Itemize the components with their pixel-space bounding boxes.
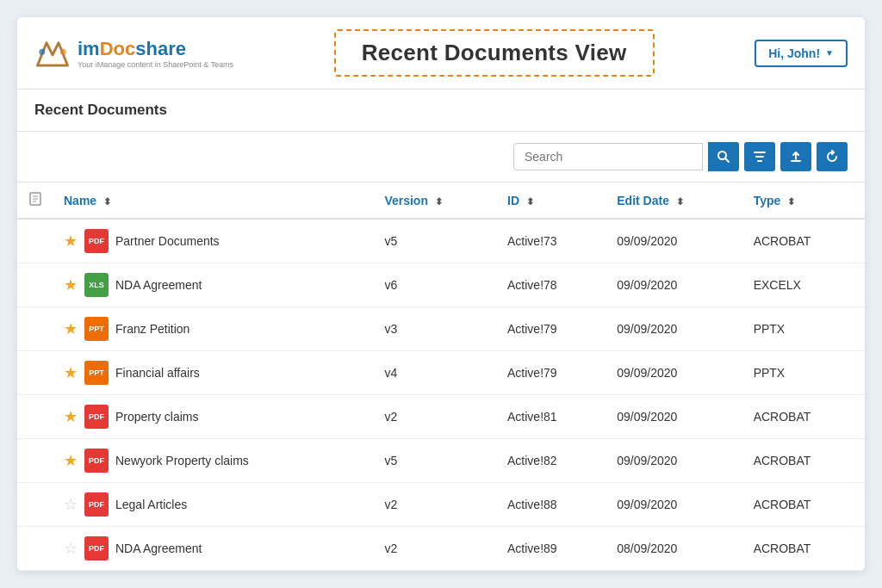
th-id[interactable]: ID ⬍	[497, 183, 606, 219]
star-icon[interactable]: ☆	[64, 539, 78, 558]
file-type-icon: PDF	[84, 229, 109, 253]
th-type[interactable]: Type ⬍	[743, 183, 865, 219]
search-button[interactable]	[708, 142, 739, 171]
row-icon-cell	[17, 307, 53, 351]
row-icon-cell	[17, 439, 53, 483]
row-icon-cell	[17, 351, 53, 395]
logo-area: imDocshare Your iManage content in Share…	[34, 35, 233, 71]
doc-name[interactable]: Legal Articles	[115, 498, 187, 511]
star-icon[interactable]: ★	[64, 451, 78, 470]
row-icon-cell	[17, 219, 53, 263]
th-edit-date[interactable]: Edit Date ⬍	[606, 183, 742, 219]
th-edit-date-label: Edit Date	[617, 194, 669, 207]
row-type-cell: ACROBAT	[743, 527, 865, 571]
doc-name[interactable]: Newyork Property claims	[115, 454, 249, 467]
main-container: imDocshare Your iManage content in Share…	[17, 17, 865, 571]
user-menu-button[interactable]: Hi, John! ▼	[755, 40, 848, 67]
file-type-icon: PDF	[84, 536, 109, 560]
filter-button[interactable]	[744, 142, 775, 171]
search-icon	[717, 150, 730, 164]
th-version[interactable]: Version ⬍	[374, 183, 497, 219]
table-row: ★ PPT Financial affairs v4 Active!79 09/…	[17, 351, 865, 395]
table-row: ★ PDF Property claims v2 Active!81 09/09…	[17, 395, 865, 439]
row-name-cell: ★ XLS NDA Agreement	[53, 263, 374, 307]
table-row: ★ PDF Newyork Property claims v5 Active!…	[17, 439, 865, 483]
logo-icon	[34, 35, 71, 71]
star-icon[interactable]: ★	[64, 232, 78, 251]
row-id-cell: Active!78	[497, 263, 606, 307]
file-type-icon: XLS	[84, 273, 109, 297]
star-icon[interactable]: ★	[64, 363, 78, 382]
row-name-cell: ☆ PDF Legal Articles	[53, 483, 374, 527]
th-type-label: Type	[754, 194, 781, 207]
table-row: ☆ PDF NDA Agreement v2 Active!89 08/09/2…	[17, 527, 865, 571]
svg-line-5	[725, 158, 729, 162]
chevron-down-icon: ▼	[825, 48, 834, 58]
doc-name[interactable]: NDA Agreement	[115, 542, 202, 555]
row-edit-date-cell: 09/09/2020	[606, 395, 742, 439]
row-version-cell: v5	[374, 439, 497, 483]
row-type-cell: PPTX	[743, 307, 865, 351]
toolbar	[17, 132, 865, 183]
row-id-cell: Active!81	[497, 395, 606, 439]
upload-icon	[789, 150, 803, 164]
star-icon[interactable]: ★	[64, 275, 78, 294]
svg-point-3	[60, 48, 66, 54]
file-type-icon: PDF	[84, 449, 109, 473]
row-icon-cell	[17, 395, 53, 439]
row-version-cell: v2	[374, 395, 497, 439]
user-label: Hi, John!	[768, 46, 820, 60]
star-icon[interactable]: ★	[64, 319, 78, 338]
page-title-box: Recent Documents View	[334, 29, 655, 77]
row-type-cell: PPTX	[743, 351, 865, 395]
file-type-icon: PPT	[84, 361, 109, 385]
row-icon-cell	[17, 483, 53, 527]
table-row: ★ XLS NDA Agreement v6 Active!78 09/09/2…	[17, 263, 865, 307]
table-row: ★ PPT Franz Petition v3 Active!79 09/09/…	[17, 307, 865, 351]
sort-id-icon: ⬍	[526, 196, 534, 207]
logo-text: imDocshare Your iManage content in Share…	[78, 38, 233, 69]
filter-icon	[753, 150, 767, 164]
row-icon-cell	[17, 527, 53, 571]
row-version-cell: v2	[374, 527, 497, 571]
table-header-row: Name ⬍ Version ⬍ ID ⬍ Edit Date ⬍	[17, 183, 865, 219]
row-type-cell: ACROBAT	[743, 395, 865, 439]
documents-table: Name ⬍ Version ⬍ ID ⬍ Edit Date ⬍	[17, 183, 865, 571]
sort-name-icon: ⬍	[103, 196, 111, 207]
refresh-button[interactable]	[817, 142, 848, 171]
row-edit-date-cell: 09/09/2020	[606, 219, 742, 263]
th-name[interactable]: Name ⬍	[53, 183, 374, 219]
refresh-icon	[825, 150, 839, 164]
upload-button[interactable]	[780, 142, 811, 171]
row-edit-date-cell: 08/09/2020	[606, 527, 742, 571]
row-name-cell: ★ PDF Property claims	[53, 395, 374, 439]
logo-title: imDocshare	[78, 38, 233, 60]
row-edit-date-cell: 09/09/2020	[606, 483, 742, 527]
logo-share: share	[135, 38, 186, 59]
section-title: Recent Documents	[34, 102, 848, 119]
table-row: ☆ PDF Legal Articles v2 Active!88 09/09/…	[17, 483, 865, 527]
row-id-cell: Active!89	[497, 527, 606, 571]
sort-version-icon: ⬍	[435, 196, 443, 207]
doc-name[interactable]: Franz Petition	[115, 322, 189, 336]
svg-point-2	[39, 48, 45, 54]
documents-table-wrapper: Name ⬍ Version ⬍ ID ⬍ Edit Date ⬍	[17, 183, 865, 571]
row-id-cell: Active!73	[497, 219, 606, 263]
doc-name[interactable]: NDA Agreement	[115, 278, 202, 292]
th-icon	[17, 183, 53, 219]
search-input[interactable]	[513, 143, 703, 170]
row-version-cell: v2	[374, 483, 497, 527]
doc-name[interactable]: Financial affairs	[115, 366, 200, 380]
logo-doc: Doc	[100, 38, 136, 59]
doc-name[interactable]: Property claims	[115, 410, 198, 424]
star-icon[interactable]: ☆	[64, 495, 78, 514]
row-version-cell: v6	[374, 263, 497, 307]
header: imDocshare Your iManage content in Share…	[17, 17, 865, 90]
row-type-cell: ACROBAT	[743, 439, 865, 483]
star-icon[interactable]: ★	[64, 407, 78, 426]
row-type-cell: ACROBAT	[743, 483, 865, 527]
doc-name[interactable]: Partner Documents	[115, 234, 220, 248]
table-row: ★ PDF Partner Documents v5 Active!73 09/…	[17, 219, 865, 263]
document-icon	[28, 191, 43, 207]
file-type-icon: PDF	[84, 492, 109, 517]
